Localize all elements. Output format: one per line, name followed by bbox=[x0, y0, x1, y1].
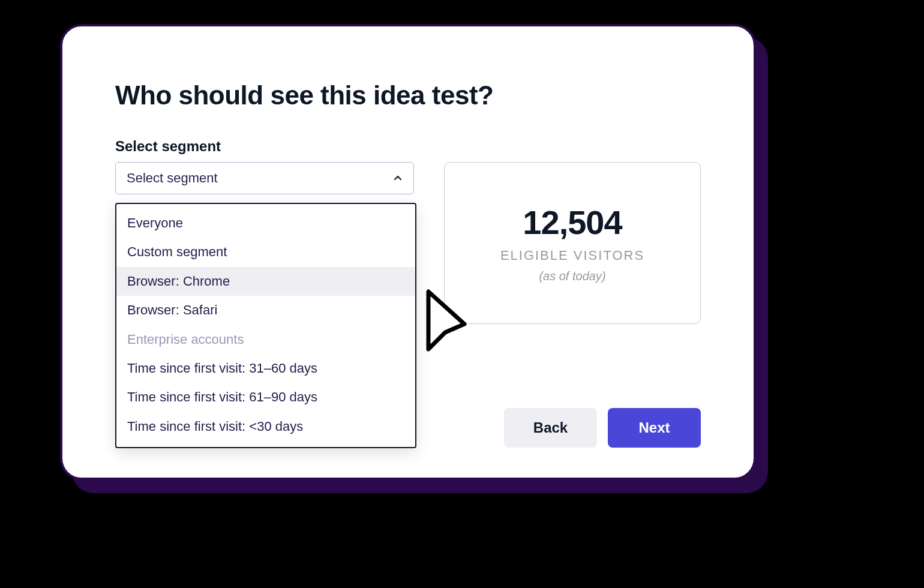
segment-select-placeholder: Select segment bbox=[127, 170, 218, 186]
modal-card: Who should see this idea test? Select se… bbox=[60, 24, 756, 480]
eligible-visitors-sublabel: (as of today) bbox=[539, 269, 605, 283]
next-button[interactable]: Next bbox=[608, 408, 701, 448]
eligible-visitors-count: 12,504 bbox=[523, 203, 622, 242]
back-button[interactable]: Back bbox=[504, 408, 597, 448]
segment-option-chrome[interactable]: Browser: Chrome bbox=[116, 267, 415, 296]
segment-select[interactable]: Select segment bbox=[115, 162, 414, 194]
segment-dropdown: Everyone Custom segment Browser: Chrome … bbox=[115, 203, 416, 448]
segment-option-61-90[interactable]: Time since first visit: 61–90 days bbox=[116, 383, 415, 412]
segment-option-lt30[interactable]: Time since first visit: <30 days bbox=[116, 412, 415, 441]
segment-option-custom[interactable]: Custom segment bbox=[116, 238, 415, 266]
segment-option-31-60[interactable]: Time since first visit: 31–60 days bbox=[116, 354, 415, 383]
eligible-visitors-label: ELIGIBLE VISITORS bbox=[500, 248, 644, 263]
segment-field-label: Select segment bbox=[115, 138, 701, 155]
eligible-visitors-panel: 12,504 ELIGIBLE VISITORS (as of today) bbox=[444, 162, 701, 324]
page-title: Who should see this idea test? bbox=[115, 80, 701, 110]
segment-option-everyone[interactable]: Everyone bbox=[116, 209, 415, 238]
footer-actions: Back Next bbox=[504, 408, 701, 448]
chevron-up-icon bbox=[393, 173, 403, 183]
segment-option-safari[interactable]: Browser: Safari bbox=[116, 296, 415, 325]
segment-option-enterprise: Enterprise accounts bbox=[116, 325, 415, 354]
